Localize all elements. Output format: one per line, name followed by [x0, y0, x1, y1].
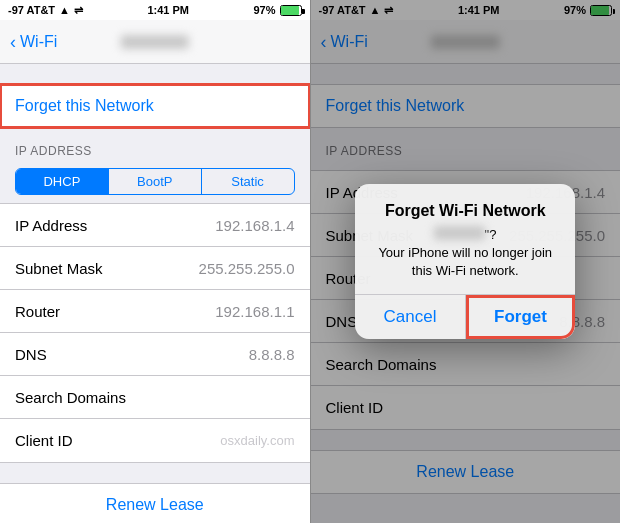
clock-left: 1:41 PM	[147, 4, 189, 16]
alert-dialog: Forget Wi-Fi Network "? Your iPhone will…	[355, 184, 575, 340]
nav-title-blurred-left	[120, 35, 189, 49]
row-label-search: Search Domains	[15, 389, 126, 406]
row-value-clientid: osxdaily.com	[220, 433, 294, 448]
table-row: DNS 8.8.8.8	[0, 333, 310, 376]
alert-message: "? Your iPhone will no longer join this …	[371, 226, 559, 281]
table-row: Client ID osxdaily.com	[0, 419, 310, 462]
battery-icon-left	[280, 5, 302, 16]
alert-forget-button[interactable]: Forget	[466, 295, 576, 339]
row-label-router: Router	[15, 303, 60, 320]
alert-message-text: Your iPhone will no longer join this Wi-…	[378, 245, 552, 278]
forget-network-button-left[interactable]: Forget this Network	[0, 85, 310, 127]
segment-dhcp[interactable]: DHCP	[16, 169, 109, 194]
nav-title-left	[120, 32, 189, 52]
left-phone-panel: -97 AT&T ▲ ⇌ 1:41 PM 97% ‹ Wi-Fi Forget …	[0, 0, 310, 523]
renew-lease-button-left[interactable]: Renew Lease	[0, 484, 310, 523]
row-label-ip: IP Address	[15, 217, 87, 234]
segment-control-left[interactable]: DHCP BootP Static	[15, 168, 295, 195]
row-label-clientid: Client ID	[15, 432, 73, 449]
table-row: Router 192.168.1.1	[0, 290, 310, 333]
segment-bootp[interactable]: BootP	[109, 169, 202, 194]
alert-overlay: Forget Wi-Fi Network "? Your iPhone will…	[311, 0, 621, 523]
alert-title: Forget Wi-Fi Network	[371, 202, 559, 220]
table-row: Subnet Mask 255.255.255.0	[0, 247, 310, 290]
forget-section-left: Forget this Network	[0, 84, 310, 128]
left-content: Forget this Network IP ADDRESS DHCP Boot…	[0, 64, 310, 523]
row-value-subnet: 255.255.255.0	[199, 260, 295, 277]
signal-icon: ▲	[59, 4, 70, 16]
right-phone-panel: -97 AT&T ▲ ⇌ 1:41 PM 97% ‹ Wi-Fi Forget …	[311, 0, 621, 523]
status-bar-left-info: -97 AT&T ▲ ⇌	[8, 4, 83, 17]
carrier-label: -97 AT&T	[8, 4, 55, 16]
alert-actions: Cancel Forget	[355, 294, 575, 339]
row-value-ip: 192.168.1.4	[215, 217, 294, 234]
back-chevron-left: ‹	[10, 33, 16, 51]
table-row: Search Domains	[0, 376, 310, 419]
status-bar-right-info: 97%	[253, 4, 301, 16]
ip-section-header-left: IP ADDRESS	[0, 138, 310, 162]
table-row: IP Address 192.168.1.4	[0, 204, 310, 247]
ip-table-left: IP Address 192.168.1.4 Subnet Mask 255.2…	[0, 203, 310, 463]
renew-section-left: Renew Lease	[0, 483, 310, 523]
battery-percent-left: 97%	[253, 4, 275, 16]
row-value-dns: 8.8.8.8	[249, 346, 295, 363]
row-value-router: 192.168.1.1	[215, 303, 294, 320]
alert-body: Forget Wi-Fi Network "? Your iPhone will…	[355, 184, 575, 295]
wifi-icon: ⇌	[74, 4, 83, 17]
alert-network-name	[434, 226, 485, 240]
nav-bar-left: ‹ Wi-Fi	[0, 20, 310, 64]
back-label-left: Wi-Fi	[20, 33, 57, 51]
row-label-dns: DNS	[15, 346, 47, 363]
back-button-left[interactable]: ‹ Wi-Fi	[10, 33, 57, 51]
segment-static[interactable]: Static	[202, 169, 294, 194]
row-label-subnet: Subnet Mask	[15, 260, 103, 277]
alert-cancel-button[interactable]: Cancel	[355, 295, 466, 339]
status-bar-left: -97 AT&T ▲ ⇌ 1:41 PM 97%	[0, 0, 310, 20]
